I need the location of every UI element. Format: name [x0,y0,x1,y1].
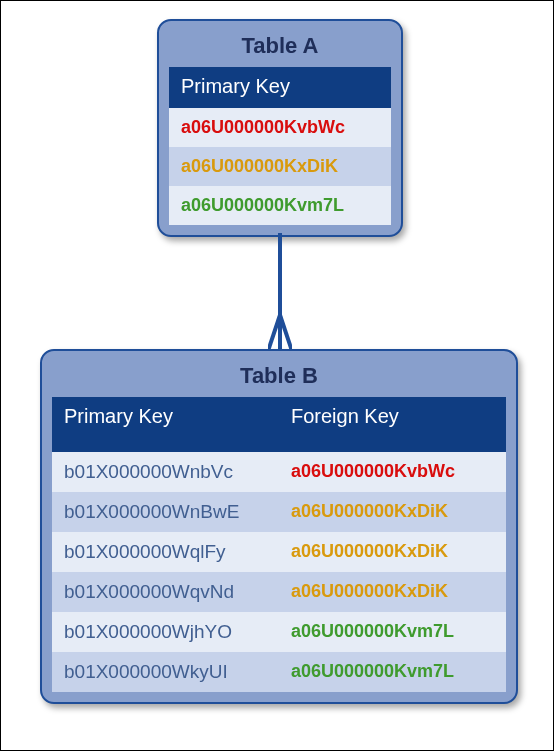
table-b-fk-cell: a06U000000Kvm7L [279,652,506,692]
table-row: a06U000000KxDiK [169,147,391,186]
table-row: a06U000000Kvm7L [169,186,391,225]
table-b-header-fk: Foreign Key [279,397,506,452]
table-b-headers: Primary Key Foreign Key [52,397,506,452]
table-b-fk-cell: a06U000000KxDiK [279,492,506,532]
table-row: b01X000000WjhYOa06U000000Kvm7L [52,612,506,652]
table-b-header-pk: Primary Key [52,397,279,452]
table-a-title: Table A [169,31,391,67]
table-b-pk-cell: b01X000000WqvNd [52,572,279,612]
relationship-connector-icon [268,233,292,351]
table-row: b01X000000WqvNda06U000000KxDiK [52,572,506,612]
table-row: b01X000000WnbVca06U000000KvbWc [52,452,506,492]
table-b-pk-cell: b01X000000WkyUI [52,652,279,692]
table-b-fk-cell: a06U000000KvbWc [279,452,506,492]
table-b-pk-cell: b01X000000WqlFy [52,532,279,572]
table-a: Table A Primary Key a06U000000KvbWca06U0… [157,19,403,237]
svg-line-1 [268,315,280,351]
table-a-rows: a06U000000KvbWca06U000000KxDiKa06U000000… [169,108,391,225]
svg-line-3 [280,315,292,351]
table-row: b01X000000WkyUIa06U000000Kvm7L [52,652,506,692]
table-b: Table B Primary Key Foreign Key b01X0000… [40,349,518,704]
table-a-pk-cell: a06U000000KvbWc [169,108,391,147]
table-a-header-pk: Primary Key [169,67,391,108]
table-b-pk-cell: b01X000000WnbVc [52,452,279,492]
diagram-canvas: Table A Primary Key a06U000000KvbWca06U0… [0,0,554,751]
table-b-title: Table B [52,361,506,397]
table-a-pk-cell: a06U000000Kvm7L [169,186,391,225]
table-a-headers: Primary Key [169,67,391,108]
table-row: a06U000000KvbWc [169,108,391,147]
table-b-pk-cell: b01X000000WjhYO [52,612,279,652]
table-row: b01X000000WnBwEa06U000000KxDiK [52,492,506,532]
table-b-pk-cell: b01X000000WnBwE [52,492,279,532]
table-b-fk-cell: a06U000000KxDiK [279,532,506,572]
table-row: b01X000000WqlFya06U000000KxDiK [52,532,506,572]
table-b-fk-cell: a06U000000Kvm7L [279,612,506,652]
table-a-pk-cell: a06U000000KxDiK [169,147,391,186]
table-b-rows: b01X000000WnbVca06U000000KvbWcb01X000000… [52,452,506,692]
table-b-fk-cell: a06U000000KxDiK [279,572,506,612]
